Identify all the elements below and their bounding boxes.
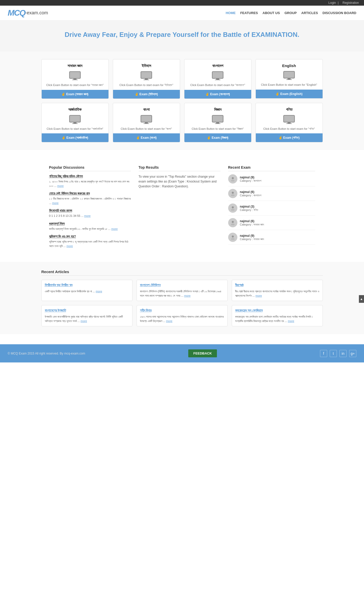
exam-card-title-4: আর্জতাতিক <box>44 107 106 112</box>
discussion-item-3: গুরুত্বপূর্ণ দিবস জাতীয় গুরুত্বপূর্ণ দি… <box>49 222 131 231</box>
exam-btn-2[interactable]: ✌ Exam (বাংলাদেশ) <box>184 90 251 99</box>
svg-point-41 <box>231 238 235 240</box>
svg-rect-5 <box>141 72 151 78</box>
recent-exam-item-0: najmul (9) Category : বাংলাদেশ <box>228 174 315 186</box>
monitor-icon-5 <box>140 114 153 125</box>
logo-mcq: MCQ <box>8 8 25 18</box>
login-link[interactable]: Login <box>328 1 336 5</box>
exam-card-title-7: গণিত <box>258 107 320 112</box>
nav-item-discussion-board[interactable]: DISCUSSION BOARD <box>323 11 356 15</box>
article-text-1: বাংলাদেশ টেলিভিশন (বিটিভি) বাংলাদেশের সর… <box>140 289 224 298</box>
discussions-col: Popular Discussions গণিতের কিছু দরিদ্র ম… <box>49 165 131 252</box>
svg-rect-23 <box>144 123 149 124</box>
svg-rect-7 <box>144 80 149 80</box>
social-link-2[interactable]: in <box>339 350 347 357</box>
exam-card-1: ইতিহাস Click Exam Button to start exam f… <box>113 59 180 99</box>
article-title-5[interactable]: কমরেডমেন্ড অব বেলজিয়াম <box>235 308 319 313</box>
monitor-icon-4 <box>69 114 81 125</box>
exam-card-0: সাধারন জ্ঞান Click Exam Button to start … <box>41 59 109 99</box>
discussion-more-3[interactable]: more <box>111 227 118 230</box>
recent-exam-category-2: Category : গণিত <box>240 208 258 212</box>
hero-section: Drive Away Fear, Enjoy & Prepare Yoursel… <box>0 20 364 51</box>
article-title-4[interactable]: শহীদ মিনার <box>140 308 224 313</box>
exam-btn-7[interactable]: ✌ Exam (গণিত) <box>256 133 323 142</box>
nav-item-features[interactable]: FEATURES <box>240 11 258 15</box>
svg-rect-26 <box>216 122 219 123</box>
discussion-text-4: ভূমিকম্প হচ্ছে ভূমির কম্পন। ভূ অভ্যন্তরে… <box>49 240 131 248</box>
article-card-1: বাংলাদেশ টেলিভিশন বাংলাদেশ টেলিভিশন (বিট… <box>137 280 228 301</box>
svg-rect-3 <box>72 80 78 80</box>
scroll-top-button[interactable]: ▲ <box>359 295 364 303</box>
recent-exam-name-2: najmul (3) <box>240 205 258 208</box>
discussion-more-0[interactable]: more <box>57 184 64 187</box>
svg-rect-17 <box>70 116 80 122</box>
monitor-icon-1 <box>140 71 153 81</box>
discussion-title-4[interactable]: ভূমিকম্প কি ওর কেন হয়? <box>49 234 131 239</box>
article-more-3[interactable]: more <box>81 319 87 323</box>
discussion-title-0[interactable]: গণিতের কিছু দরিদ্র মডিক কৌশল <box>49 174 131 178</box>
nav-item-articles[interactable]: ARTICLES <box>301 11 318 15</box>
discussion-text-2: 0 1 1 2 3 5 8 13 21 34 55 ... more <box>49 214 131 218</box>
svg-rect-6 <box>145 79 148 80</box>
articles-grid: বিপরীতার্থক শব্দ/ বিপরীত শব্দ একটি শব্দে… <box>41 280 323 326</box>
exam-btn-1[interactable]: ✌ Exam (ইতিহাস) <box>113 90 180 99</box>
social-link-0[interactable]: f <box>320 350 327 357</box>
main-nav: HOMEFEATURESABOUT USGROUPARTICLESDISCUSS… <box>226 11 356 15</box>
svg-rect-25 <box>213 116 223 122</box>
discussion-more-4[interactable]: more <box>67 244 73 248</box>
article-more-4[interactable]: more <box>166 319 172 323</box>
article-title-2[interactable]: বীরশ্রেষ্ঠ <box>235 283 319 287</box>
exam-btn-4[interactable]: ✌ Exam (আর্জতাতিক) <box>42 133 108 142</box>
svg-rect-19 <box>72 123 78 124</box>
discussion-title-3[interactable]: গুরুত্বপূর্ণ দিবস <box>49 222 131 226</box>
article-title-0[interactable]: বিপরীতার্থক শব্দ/ বিপরীত শব্দ <box>45 283 129 287</box>
exam-card-6: বিজ্ঞান Click Exam Button to start exam … <box>184 103 251 143</box>
avatar-2 <box>228 203 237 213</box>
exam-btn-3[interactable]: ✌ Exam (English) <box>256 90 323 98</box>
exam-btn-5[interactable]: ✌ Exam (বাংলা) <box>113 133 180 142</box>
social-link-1[interactable]: t <box>330 350 337 357</box>
discussion-item-0: গণিতের কিছু দরিদ্র মডিক কৌশল ১. ২৫০০ টাক… <box>49 174 131 188</box>
exam-card-5: বাংলা Click Exam Button to start exam fo… <box>113 103 180 143</box>
footer-copy: © MCQ Exam 2015 All right reserved. By m… <box>8 352 85 355</box>
discussion-title-1[interactable]: তোরে কেই বিভিন্ন বিষয়ের জরুরের রাম <box>49 191 131 196</box>
exam-card-desc-2: Click Exam Button to start exam for "বাং… <box>187 83 249 87</box>
nav-item-home[interactable]: HOME <box>226 11 236 15</box>
svg-rect-13 <box>284 72 294 78</box>
svg-rect-29 <box>284 116 294 122</box>
exam-card-2: বাংলাদেশ Click Exam Button to start exam… <box>184 59 251 99</box>
article-text-0: একটি শব্দের বিপরীত অর্থবোচক শব্দকে বিপরী… <box>45 289 129 294</box>
feedback-button[interactable]: FEEDBACK <box>188 349 217 357</box>
recent-exam-category-4: Category : সাধারন জ্ঞান <box>240 238 264 241</box>
nav-item-about-us[interactable]: ABOUT US <box>262 11 280 15</box>
article-title-3[interactable]: বাংলাদেশের উপজাতি <box>45 308 129 313</box>
social-link-3[interactable]: g+ <box>349 350 356 357</box>
registration-link[interactable]: Registration <box>343 1 359 5</box>
article-card-2: বীরশ্রেষ্ঠ বীর শ্রেষ্ঠ বীরদের জন্য প্রদত… <box>232 280 323 301</box>
nav-item-group[interactable]: GROUP <box>284 11 297 15</box>
svg-point-32 <box>232 177 234 179</box>
article-more-2[interactable]: more <box>256 294 262 297</box>
recent-exam-category-3: Category : সাধারন জ্ঞান <box>240 223 264 226</box>
article-more-0[interactable]: more <box>96 290 102 293</box>
recent-exam-info-0: najmul (9) Category : বাংলাদেশ <box>240 176 262 183</box>
article-more-1[interactable]: more <box>184 294 191 297</box>
recent-exam-item-3: najmul (6) Category : সাধারন জ্ঞান <box>228 218 315 230</box>
svg-rect-31 <box>286 123 292 124</box>
exam-btn-0[interactable]: ✌ Exam (সাধারন জ্ঞান) <box>42 90 108 99</box>
discussion-title-2[interactable]: ফিবোনাচি ধারার রহস্য <box>49 209 131 213</box>
article-more-5[interactable]: more <box>288 319 294 323</box>
avatar-3 <box>228 218 237 227</box>
discussion-item-1: তোরে কেই বিভিন্ন বিষয়ের জরুরের রাম ১। ত… <box>49 191 131 205</box>
recent-exam-item-1: najmul (6) Category : বাংলাদেশ <box>228 189 315 201</box>
monitor-icon-0 <box>69 71 81 81</box>
article-card-4: শহীদ মিনার ১৯৫২ সালের ভাষা আন্দোলনের সময… <box>137 305 228 326</box>
hero-text-end: . <box>297 31 299 38</box>
article-title-1[interactable]: বাংলাদেশ টেলিভিশন <box>140 283 224 287</box>
discussion-more-2[interactable]: more <box>84 214 91 217</box>
monitor-icon-2 <box>211 71 224 81</box>
top-results-text: To view your score in "Top Results" sect… <box>139 174 220 189</box>
discussion-more-1[interactable]: more <box>52 201 59 205</box>
exam-btn-6[interactable]: ✌ Exam (বিজ্ঞান) <box>184 133 251 142</box>
exam-card-3: English Click Exam Button to start exam … <box>256 59 323 99</box>
